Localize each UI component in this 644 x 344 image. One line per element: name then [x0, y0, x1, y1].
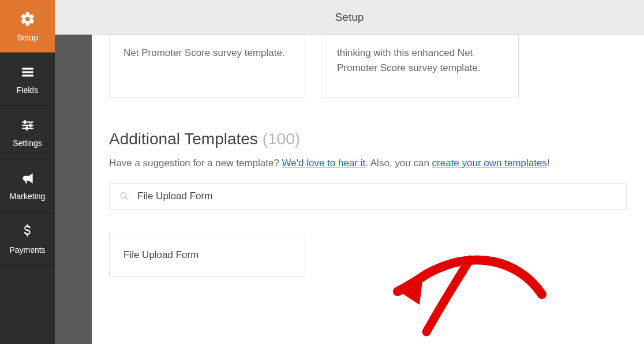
sidebar-item-label: Settings: [13, 139, 42, 148]
svg-rect-3: [22, 121, 33, 122]
sidebar-item-label: Setup: [17, 33, 38, 42]
gear-icon: [20, 11, 36, 29]
svg-rect-2: [22, 74, 33, 76]
header: Setup: [55, 0, 644, 35]
sliders-icon: [20, 118, 35, 135]
template-card-text: Net Promoter Score survey template.: [123, 47, 285, 58]
page-title: Setup: [335, 11, 364, 24]
suggestion-middle: . Also, you can: [365, 158, 432, 169]
template-result-label: File Upload Form: [123, 249, 199, 260]
backdrop: [55, 35, 92, 344]
template-card[interactable]: thinking with this enhanced Net Promoter…: [323, 35, 519, 98]
sidebar-item-marketing[interactable]: Marketing: [0, 159, 55, 212]
template-result-file-upload[interactable]: File Upload Form: [109, 234, 305, 276]
dollar-icon: [21, 223, 34, 242]
suggestion-text: Have a suggestion for a new template? We…: [109, 158, 627, 169]
template-card-row: Net Promoter Score survey template. thin…: [109, 35, 627, 98]
sidebar-item-label: Payments: [9, 245, 45, 255]
template-search[interactable]: [109, 183, 627, 210]
sidebar-item-fields[interactable]: Fields: [0, 53, 55, 106]
heading-text: Additional Templates: [109, 130, 258, 148]
additional-templates-heading: Additional Templates (100): [109, 130, 627, 148]
sidebar-item-settings[interactable]: Settings: [0, 106, 55, 159]
create-template-link[interactable]: create your own templates: [432, 158, 547, 169]
list-icon: [20, 65, 35, 82]
suggestion-suffix: !: [547, 158, 550, 169]
suggest-template-link[interactable]: We'd love to hear it: [282, 158, 366, 169]
svg-rect-8: [25, 126, 27, 130]
svg-rect-5: [22, 124, 33, 125]
search-input[interactable]: [137, 190, 617, 202]
template-card-text: thinking with this enhanced Net Promoter…: [337, 47, 480, 73]
bullhorn-icon: [20, 171, 35, 188]
svg-rect-0: [22, 68, 33, 69]
annotation-arrow: [392, 219, 565, 344]
sidebar: Setup Fields Settings Marketing Payments: [0, 0, 55, 344]
sidebar-item-label: Fields: [17, 85, 38, 95]
suggestion-prefix: Have a suggestion for a new template?: [109, 158, 282, 169]
main-panel: Net Promoter Score survey template. thin…: [92, 35, 644, 344]
template-card[interactable]: Net Promoter Score survey template.: [109, 35, 305, 98]
svg-rect-1: [22, 71, 33, 73]
svg-rect-6: [29, 123, 31, 127]
sidebar-item-label: Marketing: [10, 192, 45, 201]
search-icon: [119, 190, 130, 202]
svg-rect-4: [24, 120, 25, 124]
sidebar-item-setup[interactable]: Setup: [0, 0, 55, 53]
sidebar-item-payments[interactable]: Payments: [0, 212, 55, 266]
template-count: (100): [263, 130, 300, 148]
